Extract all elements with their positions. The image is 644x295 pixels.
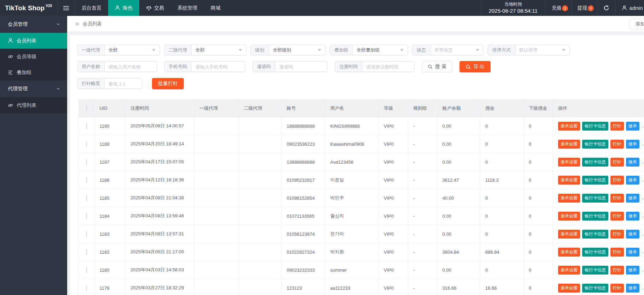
more-actions-button[interactable]: ... <box>642 248 644 257</box>
cell-sub_commission: 0 <box>524 243 553 261</box>
make-order-button[interactable]: 做单 <box>626 248 639 257</box>
more-actions-button[interactable]: ... <box>642 212 644 221</box>
inject-button[interactable]: 打针 <box>610 194 624 203</box>
make-order-button[interactable]: 做单 <box>626 140 639 149</box>
dispatch-settings-button[interactable]: 派单设置 <box>558 266 580 275</box>
phone-input[interactable] <box>192 62 245 72</box>
search-button[interactable]: 搜 索 <box>422 61 452 72</box>
more-actions-button[interactable]: ... <box>642 194 644 203</box>
inject-button[interactable]: 打针 <box>610 212 624 221</box>
inject-button[interactable]: 打针 <box>610 176 624 185</box>
bank-card-info-button[interactable]: 银行卡信息 <box>582 194 608 203</box>
make-order-button[interactable]: 做单 <box>626 158 639 167</box>
more-actions-button[interactable]: ... <box>642 122 644 131</box>
phone-field-group: 手机号码 <box>164 61 245 72</box>
row-checkbox[interactable] <box>86 231 87 237</box>
agent2-select[interactable]: 二级代理 全部 <box>164 45 246 55</box>
bank-card-info-button[interactable]: 银行卡信息 <box>582 284 608 293</box>
dispatch-settings-button[interactable]: 派单设置 <box>558 158 580 167</box>
reg-time-input[interactable] <box>362 62 414 72</box>
inject-button[interactable]: 打针 <box>610 230 624 239</box>
row-checkbox[interactable] <box>86 249 87 255</box>
dispatch-settings-button[interactable]: 派单设置 <box>558 194 580 203</box>
nav-system[interactable]: 系统管理 <box>171 0 204 16</box>
sidebar-group-agent-management[interactable]: 代理管理 <box>0 80 67 97</box>
caret-down-icon <box>239 49 242 51</box>
more-actions-button[interactable]: ... <box>642 176 644 185</box>
nav-dashboard[interactable]: 后台首页 <box>75 0 108 16</box>
inject-button[interactable]: 打针 <box>610 248 624 257</box>
sidebar-toggle-icon[interactable] <box>57 0 75 16</box>
cell-reg_time: 2025年03月27日 18:32:29 <box>125 279 194 295</box>
status-select[interactable]: 状态 所有状态 <box>412 45 484 55</box>
dispatch-settings-button[interactable]: 派单设置 <box>558 284 580 293</box>
add-member-button[interactable]: 添加会员 <box>630 19 644 29</box>
dispatch-settings-button[interactable]: 派单设置 <box>558 122 580 131</box>
dispatch-settings-button[interactable]: 派单设置 <box>558 212 580 221</box>
sort-select[interactable]: 排序方式 默认排序 <box>488 45 570 55</box>
row-checkbox[interactable] <box>86 267 87 273</box>
cell-agent1 <box>194 117 239 135</box>
more-actions-button[interactable]: ... <box>642 230 644 239</box>
withdraw-menu[interactable]: 提现 0 <box>571 0 597 16</box>
inject-button[interactable]: 打针 <box>610 158 624 167</box>
bank-card-info-button[interactable]: 银行卡信息 <box>582 140 608 149</box>
refresh-button[interactable] <box>597 0 615 16</box>
username-input[interactable] <box>105 62 157 72</box>
recharge-menu[interactable]: 充值 0 <box>545 0 571 16</box>
cell-rule_group: - <box>408 207 437 225</box>
cell-account: 123123 <box>281 279 325 295</box>
user-icon <box>622 5 627 11</box>
more-actions-button[interactable]: ... <box>642 140 644 149</box>
inject-button[interactable]: 打针 <box>610 122 624 131</box>
bank-card-info-button[interactable]: 银行卡信息 <box>582 158 608 167</box>
inject-button[interactable]: 打针 <box>610 266 624 275</box>
bank-card-info-button[interactable]: 银行卡信息 <box>582 266 608 275</box>
sidebar-group-member-management[interactable]: 会员管理 <box>0 16 67 33</box>
row-checkbox[interactable] <box>86 285 87 291</box>
make-order-button[interactable]: 做单 <box>626 266 639 275</box>
make-order-button[interactable]: 做单 <box>626 230 639 239</box>
select-all-checkbox[interactable] <box>86 105 87 111</box>
nav-roles[interactable]: 角色 <box>108 0 139 16</box>
row-checkbox[interactable] <box>86 159 87 165</box>
make-order-button[interactable]: 做单 <box>626 194 639 203</box>
sidebar-item-agent-list[interactable]: 代理列表 <box>0 97 67 113</box>
dispatch-settings-button[interactable]: 派单设置 <box>558 248 580 257</box>
invite-code-input[interactable] <box>275 62 327 72</box>
make-order-button[interactable]: 做单 <box>626 176 639 185</box>
more-actions-button[interactable]: ... <box>642 158 644 167</box>
bank-card-info-button[interactable]: 银行卡信息 <box>582 248 608 257</box>
sidebar-item-member-level[interactable]: 会员等级 <box>0 49 67 65</box>
bank-card-info-button[interactable]: 银行卡信息 <box>582 212 608 221</box>
dispatch-settings-button[interactable]: 派单设置 <box>558 230 580 239</box>
bank-card-info-button[interactable]: 银行卡信息 <box>582 230 608 239</box>
inject-button[interactable]: 打针 <box>610 140 624 149</box>
more-actions-button[interactable]: ... <box>642 266 644 275</box>
admin-user-menu[interactable]: admin <box>615 0 644 16</box>
batch-inject-button[interactable]: 批量打针 <box>152 78 184 89</box>
row-checkbox[interactable] <box>86 195 87 201</box>
sidebar-item-stack-group[interactable]: 叠加组 <box>0 65 67 80</box>
nav-trade[interactable]: 交易 <box>139 0 171 16</box>
inject-button[interactable]: 打针 <box>610 284 624 293</box>
bank-card-info-button[interactable]: 银行卡信息 <box>582 122 608 131</box>
make-order-button[interactable]: 做单 <box>626 122 639 131</box>
more-actions-button[interactable]: ... <box>642 284 644 293</box>
agent1-select[interactable]: 一级代理 全部 <box>77 45 160 55</box>
row-checkbox[interactable] <box>86 177 87 183</box>
stack-group-select[interactable]: 叠加组 全部叠加组 <box>330 45 408 55</box>
dispatch-settings-button[interactable]: 派单设置 <box>558 176 580 185</box>
dispatch-settings-button[interactable]: 派单设置 <box>558 140 580 149</box>
row-checkbox[interactable] <box>86 123 87 129</box>
level-select[interactable]: 级别 全部级别 <box>251 45 326 55</box>
sidebar-item-member-list[interactable]: 会员列表 <box>0 33 67 49</box>
make-order-button[interactable]: 做单 <box>626 284 639 293</box>
inject-range-input[interactable] <box>105 79 142 89</box>
row-checkbox[interactable] <box>86 141 87 147</box>
row-checkbox[interactable] <box>86 213 87 219</box>
bank-card-info-button[interactable]: 银行卡信息 <box>582 176 608 185</box>
export-button[interactable]: 导 出 <box>459 61 491 72</box>
make-order-button[interactable]: 做单 <box>626 212 639 221</box>
nav-mall[interactable]: 商城 <box>204 0 227 16</box>
